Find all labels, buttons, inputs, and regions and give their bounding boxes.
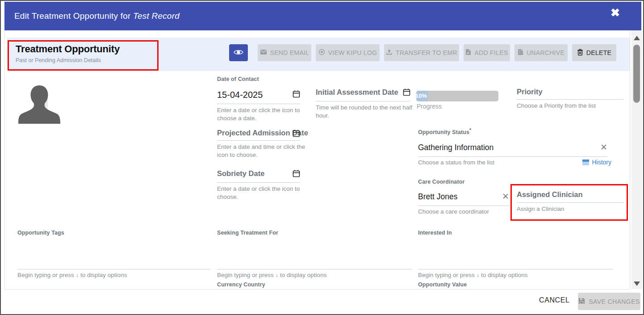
sobriety-date-placeholder[interactable]: Sobriety Date — [217, 169, 264, 178]
initial-assessment-date-placeholder[interactable]: Initial Assessment Date — [316, 88, 398, 97]
care-coordinator-label: Care Coordinator — [418, 179, 509, 185]
eye-icon — [318, 49, 325, 57]
sobriety-date-helper: Enter a date or click the icon to choose… — [217, 185, 303, 201]
clear-icon[interactable]: ✕ — [502, 192, 509, 201]
interested-in-helper: Begin typing or press ↓ to display optio… — [418, 271, 613, 279]
care-coordinator-helper: Choose a care coordinator — [418, 208, 509, 216]
save-icon — [578, 298, 585, 306]
care-coordinator-value[interactable]: Brett Jones — [418, 192, 458, 202]
eye-icon — [234, 49, 243, 57]
add-files-label: ADD FILES — [474, 49, 508, 56]
send-email-label: SEND EMAIL — [270, 49, 309, 56]
history-icon — [582, 160, 589, 165]
cancel-button[interactable]: CANCEL — [539, 296, 570, 304]
transfer-to-emr-button[interactable]: TRANSFER TO EMR — [384, 44, 459, 61]
file-icon — [518, 49, 523, 57]
opportunity-value-label: Opportunity Value — [418, 281, 467, 288]
priority-field: Priority Choose a Priority from the list — [517, 88, 624, 110]
priority-helper: Choose a Priority from the list — [517, 102, 624, 110]
view-kipu-log-button[interactable]: VIEW KIPU LOG — [316, 44, 380, 61]
section-subheading: Past or Pending Admission Details — [16, 57, 101, 63]
seeking-treatment-for-helper: Begin typing or press ↓ to display optio… — [217, 271, 412, 279]
date-of-contact-input[interactable]: 15-04-2025 — [217, 90, 300, 104]
delete-label: DELETE — [586, 49, 611, 56]
initial-assessment-date-input[interactable]: Initial Assessment Date — [316, 88, 410, 101]
calendar-icon[interactable] — [293, 169, 300, 179]
calendar-icon[interactable] — [293, 129, 300, 139]
send-email-button[interactable]: SEND EMAIL — [258, 44, 311, 61]
opportunity-status-value[interactable]: Gathering Information — [418, 143, 493, 152]
priority-input[interactable]: Priority — [517, 88, 624, 100]
projected-admission-date-input[interactable]: Projected Admission Date — [217, 129, 300, 141]
date-of-contact-label: Date of Contact — [217, 76, 300, 82]
trash-icon — [577, 49, 583, 57]
footer-divider — [4, 289, 630, 290]
preview-eye-button[interactable] — [229, 44, 248, 61]
modal-title-record: Test Record — [133, 11, 180, 21]
date-of-contact-field: Date of Contact 15-04-2025 Enter a date … — [217, 76, 300, 122]
add-files-button[interactable]: ADD FILES — [464, 44, 510, 61]
initial-assessment-date-helper: Time will be rounded to the next half ho… — [316, 104, 413, 120]
envelope-icon — [260, 49, 267, 56]
seeking-treatment-for-field: Seeking Treatment For Begin typing or pr… — [217, 230, 412, 279]
sobriety-date-field: Sobriety Date Enter a date or click the … — [217, 169, 300, 201]
interested-in-input[interactable] — [418, 236, 613, 269]
file-plus-icon — [465, 49, 471, 57]
unarchive-label: UNARCHIVE — [527, 49, 565, 56]
calendar-icon[interactable] — [403, 88, 410, 98]
scroll-up-arrow-icon[interactable] — [634, 36, 640, 40]
modal-title: Edit Treatment Opportunity for Test Reco… — [14, 11, 180, 21]
modal-header: Edit Treatment Opportunity for Test Reco… — [4, 2, 641, 30]
seeking-treatment-for-label: Seeking Treatment For — [217, 230, 412, 236]
upload-icon — [386, 49, 393, 57]
save-changes-label: SAVE CHANGES — [589, 298, 640, 305]
date-of-contact-value[interactable]: 15-04-2025 — [217, 90, 263, 100]
assigned-clinician-placeholder[interactable]: Assigned Clinician — [517, 190, 583, 198]
close-icon[interactable]: ✖ — [611, 7, 620, 18]
transfer-to-emr-label: TRANSFER TO EMR — [396, 49, 457, 56]
clear-icon[interactable]: ✕ — [600, 143, 607, 151]
interested-in-field: Interested In Begin typing or press ↓ to… — [418, 230, 613, 279]
view-kipu-log-label: VIEW KIPU LOG — [328, 49, 377, 56]
assigned-clinician-input[interactable]: Assigned Clinician — [517, 190, 624, 203]
sobriety-date-input[interactable]: Sobriety Date — [217, 169, 300, 183]
projected-admission-date-field: Projected Admission Date Enter a date an… — [217, 129, 300, 159]
screenshot-frame: Edit Treatment Opportunity for Test Reco… — [0, 0, 644, 315]
assigned-clinician-helper: Assign a Clinician — [517, 205, 624, 213]
care-coordinator-input[interactable]: Brett Jones ✕ — [418, 192, 509, 206]
section-heading: Treatment Opportunity — [16, 43, 120, 55]
opportunity-status-label-text: Opportunity Status — [418, 129, 469, 135]
avatar — [16, 84, 63, 126]
opportunity-status-input[interactable]: Gathering Information ✕ — [418, 143, 607, 157]
opportunity-tags-label: Opportunity Tags — [17, 230, 211, 236]
opportunity-tags-input[interactable] — [17, 236, 211, 269]
delete-button[interactable]: DELETE — [572, 44, 616, 61]
scrollbar-thumb[interactable] — [633, 45, 640, 103]
assigned-clinician-field: Assigned Clinician Assign a Clinician — [517, 190, 624, 213]
content-right-edge — [630, 30, 630, 289]
modal-title-prefix: Edit Treatment Opportunity for — [14, 11, 133, 21]
interested-in-label: Interested In — [418, 230, 613, 236]
opportunity-status-field: Opportunity Status* Gathering Informatio… — [418, 127, 607, 167]
scroll-down-arrow-icon[interactable] — [634, 281, 640, 286]
progress-label: Progress — [417, 103, 442, 110]
projected-admission-date-helper: Enter a date and time or click the icon … — [217, 143, 305, 159]
opportunity-tags-helper: Begin typing or press ↓ to display optio… — [17, 271, 211, 279]
opportunity-status-label: Opportunity Status* — [418, 127, 607, 135]
currency-country-label: Currency Country — [217, 281, 265, 288]
history-label: History — [592, 159, 611, 166]
initial-assessment-date-field: Initial Assessment Date Time will be rou… — [316, 88, 410, 120]
save-changes-button[interactable]: SAVE CHANGES — [578, 293, 640, 310]
unarchive-button[interactable]: UNARCHIVE — [514, 44, 568, 61]
care-coordinator-field: Care Coordinator Brett Jones ✕ Choose a … — [418, 179, 509, 216]
progress-percent: 10% — [416, 92, 427, 99]
priority-placeholder[interactable]: Priority — [517, 88, 543, 96]
progress-bar: 10% — [416, 91, 498, 101]
content-left-edge — [4, 30, 5, 289]
history-link[interactable]: History — [582, 159, 611, 166]
calendar-icon[interactable] — [293, 90, 300, 100]
required-asterisk: * — [469, 127, 471, 133]
seeking-treatment-for-input[interactable] — [217, 236, 412, 269]
date-of-contact-helper: Enter a date or click the icon to choose… — [217, 106, 303, 122]
opportunity-status-helper: Choose a status from the list — [418, 159, 494, 167]
